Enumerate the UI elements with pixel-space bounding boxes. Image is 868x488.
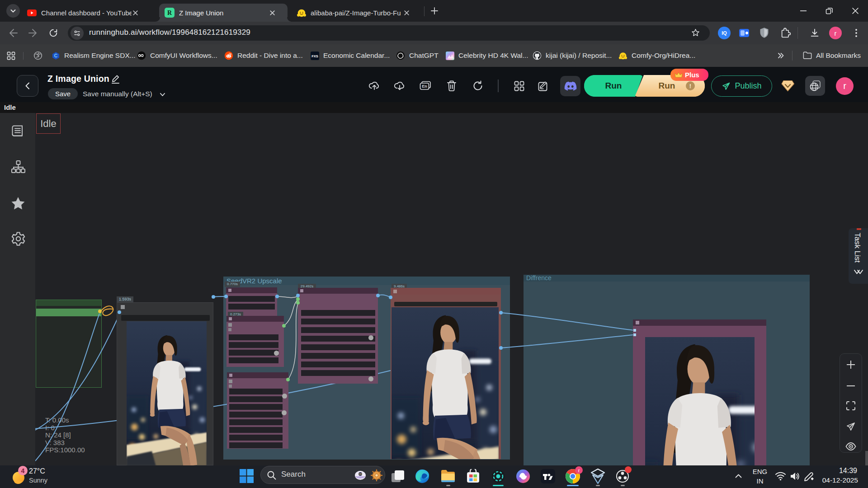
svg-text:C: C <box>54 53 58 58</box>
svg-text:R: R <box>167 9 172 16</box>
svg-text:En: En <box>422 84 427 89</box>
svg-text:FXS: FXS <box>311 54 318 58</box>
